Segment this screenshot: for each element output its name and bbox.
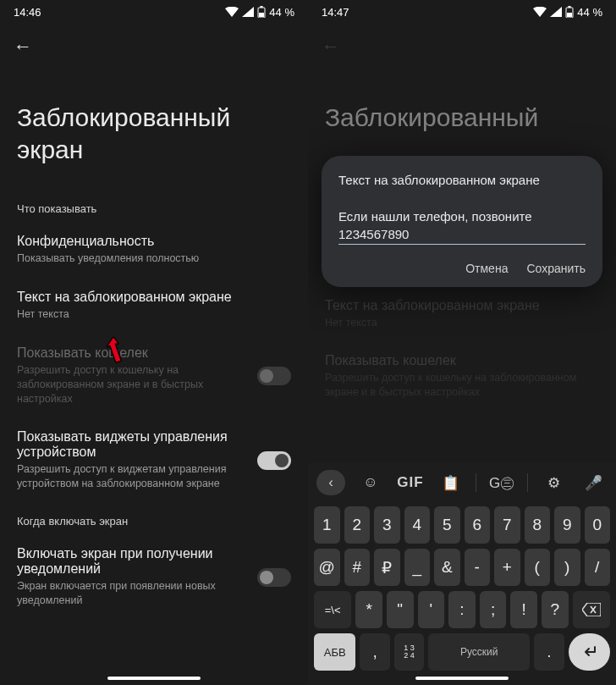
section-what-to-show: Что показывать	[0, 191, 308, 222]
row-wallet: Показывать кошелек Разрешить доступ к ко…	[308, 341, 616, 412]
page-title: Заблокированный	[308, 61, 616, 159]
key-enter[interactable]	[569, 633, 610, 671]
key-at[interactable]: @	[314, 549, 340, 586]
key-minus[interactable]: -	[465, 549, 491, 586]
key-plus[interactable]: +	[494, 549, 520, 586]
row-wallet-title: Показывать кошелек	[17, 345, 247, 361]
row-wake-on-notif[interactable]: Включать экран при получении уведомлений…	[0, 534, 308, 620]
kb-row-2: @ # ₽ _ & - + ( ) /	[311, 546, 613, 588]
key-star[interactable]: *	[355, 591, 382, 628]
svg-rect-4	[569, 6, 571, 8]
key-symbols-shift[interactable]: =\<	[314, 591, 351, 628]
kb-divider	[476, 473, 476, 492]
signal-icon	[550, 7, 562, 17]
key-backspace[interactable]	[573, 591, 610, 628]
key-semicolon[interactable]: ;	[480, 591, 507, 628]
row-lock-text-title: Текст на заблокированном экране	[17, 290, 291, 305]
dialog-cancel-button[interactable]: Отмена	[465, 262, 508, 275]
page-title: Заблокированный экран	[0, 61, 308, 191]
key-comma[interactable]: ,	[360, 633, 389, 671]
key-6[interactable]: 6	[465, 506, 491, 544]
status-bar: 14:46 44 %	[0, 0, 308, 24]
kb-mic-icon[interactable]: 🎤	[579, 470, 608, 495]
nav-bar-pill[interactable]	[415, 677, 509, 680]
toggle-device-widgets[interactable]	[257, 451, 291, 470]
row-lock-text: Текст на заблокированном экране Нет текс…	[308, 286, 616, 342]
battery-icon	[565, 6, 574, 18]
key-abc[interactable]: АБВ	[314, 633, 355, 671]
key-4[interactable]: 4	[404, 506, 431, 544]
row-lock-text[interactable]: Текст на заблокированном экране Нет текс…	[0, 278, 308, 334]
kb-gif-button[interactable]: GIF	[396, 470, 425, 495]
toggle-wallet	[257, 367, 291, 385]
kb-translate-icon[interactable]: G㊂	[487, 470, 516, 495]
row-wallet-sub: Разрешить доступ к кошельку на заблокиро…	[17, 363, 247, 406]
row-wake-title: Включать экран при получении уведомлений	[17, 546, 247, 577]
svg-rect-2	[259, 13, 264, 17]
right-screenshot: 14:47 44 % ← Заблокированный Текст на за…	[308, 0, 616, 685]
status-right: 44 %	[225, 6, 294, 19]
row-lock-text-title: Текст на заблокированном экране	[325, 298, 599, 313]
key-rparen[interactable]: )	[554, 549, 580, 586]
back-row: ←	[0, 24, 308, 61]
lock-text-dialog: Текст на заблокированном экране Отмена С…	[322, 156, 602, 287]
row-wallet-title: Показывать кошелек	[325, 353, 599, 368]
key-excl[interactable]: !	[510, 591, 537, 628]
key-5[interactable]: 5	[434, 506, 460, 544]
key-amp[interactable]: &	[434, 549, 460, 586]
key-3[interactable]: 3	[374, 506, 400, 544]
kb-row-4: АБВ , 12 34 Русский .	[311, 631, 613, 673]
key-quest[interactable]: ?	[542, 591, 569, 628]
signal-icon	[242, 7, 254, 17]
key-slash[interactable]: /	[585, 549, 611, 586]
kb-divider	[527, 473, 528, 492]
key-9[interactable]: 9	[554, 506, 580, 544]
kb-row-3: =\< * " ' : ; ! ?	[311, 588, 613, 631]
row-device-widgets-sub: Разрешить доступ к виджетам управления у…	[17, 462, 247, 491]
key-7[interactable]: 7	[494, 506, 520, 544]
status-battery: 44 %	[577, 6, 602, 19]
nav-bar-pill[interactable]	[107, 677, 201, 680]
key-1[interactable]: 1	[314, 506, 340, 544]
key-ruble[interactable]: ₽	[374, 549, 400, 586]
key-period[interactable]: .	[534, 633, 564, 671]
kb-collapse-icon[interactable]: ‹	[316, 470, 345, 495]
kb-row-1: 1 2 3 4 5 6 7 8 9 0	[311, 504, 613, 546]
wifi-icon	[533, 7, 547, 17]
dialog-save-button[interactable]: Сохранить	[526, 262, 586, 275]
kb-settings-icon[interactable]: ⚙	[539, 470, 568, 495]
key-underscore[interactable]: _	[404, 549, 431, 586]
key-dquote[interactable]: "	[387, 591, 414, 628]
key-colon[interactable]: :	[448, 591, 476, 628]
section-when-turn-on: Когда включать экран	[0, 503, 308, 534]
status-right: 44 %	[533, 6, 602, 19]
key-2[interactable]: 2	[344, 506, 371, 544]
status-bar: 14:47 44 %	[308, 0, 616, 24]
toggle-wake[interactable]	[257, 568, 291, 587]
on-screen-keyboard: ‹ ☺ GIF 📋 G㊂ ⚙ 🎤 1 2 3 4 5 6 7 8 9 0	[308, 463, 616, 685]
svg-rect-5	[567, 13, 572, 17]
wifi-icon	[225, 7, 239, 17]
key-space[interactable]: Русский	[428, 633, 530, 671]
row-wake-sub: Экран включается при появлении новых уве…	[17, 579, 247, 608]
key-lparen[interactable]: (	[525, 549, 551, 586]
key-8[interactable]: 8	[525, 506, 551, 544]
row-privacy[interactable]: Конфиденциальность Показывать уведомлени…	[0, 222, 308, 278]
row-device-widgets[interactable]: Показывать виджеты управления устройство…	[0, 417, 308, 503]
key-layout-swap[interactable]: 12 34	[394, 633, 424, 671]
lock-text-input[interactable]	[338, 206, 586, 245]
status-time: 14:46	[14, 6, 41, 19]
key-squote[interactable]: '	[418, 591, 445, 628]
row-privacy-title: Конфиденциальность	[17, 234, 291, 249]
key-hash[interactable]: #	[344, 549, 371, 586]
row-device-widgets-title: Показывать виджеты управления устройство…	[17, 429, 247, 460]
row-wallet-sub: Разрешить доступ к кошельку на заблокиро…	[325, 371, 599, 400]
row-lock-text-sub: Нет текста	[17, 307, 291, 322]
back-icon[interactable]: ←	[14, 36, 32, 57]
kb-clipboard-icon[interactable]: 📋	[436, 470, 465, 495]
status-battery: 44 %	[269, 6, 294, 19]
kb-sticker-icon[interactable]: ☺	[356, 470, 385, 495]
enter-icon	[580, 645, 597, 659]
key-0[interactable]: 0	[585, 506, 611, 544]
row-lock-text-sub: Нет текста	[325, 316, 599, 330]
